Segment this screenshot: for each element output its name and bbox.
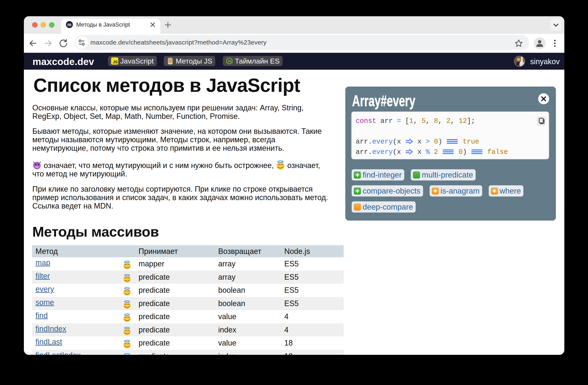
svg-text:JS: JS [228, 59, 231, 63]
